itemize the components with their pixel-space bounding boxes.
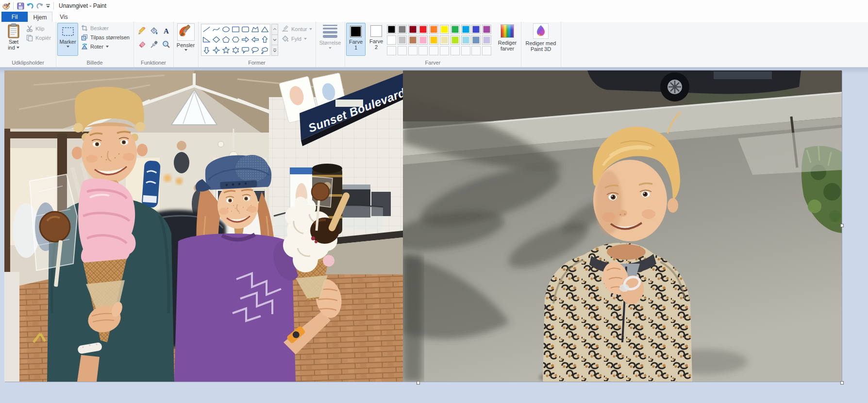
crop-button[interactable]: Beskær xyxy=(81,25,109,32)
shapes-scroll-down-button[interactable] xyxy=(271,34,278,46)
shape-polygon[interactable] xyxy=(250,24,260,34)
shape-rounded-rectangle[interactable] xyxy=(241,24,250,34)
shapes-scroll-up-button[interactable] xyxy=(271,24,278,35)
shape-diamond[interactable] xyxy=(211,34,221,45)
brush-icon xyxy=(177,23,195,41)
shape-fill-label: Fyld xyxy=(291,36,301,42)
chevron-down-icon xyxy=(106,46,109,48)
palette-swatch-empty[interactable] xyxy=(418,46,428,55)
palette-swatch-empty[interactable] xyxy=(451,46,460,55)
shape-star-four[interactable] xyxy=(211,45,221,55)
palette-swatch[interactable] xyxy=(482,35,491,45)
magnifier-tool-button[interactable] xyxy=(161,39,171,50)
redo-button[interactable] xyxy=(35,1,45,11)
shape-arrow-down[interactable] xyxy=(201,45,211,55)
palette-swatch-empty[interactable] xyxy=(482,46,491,55)
palette-swatch[interactable] xyxy=(451,25,460,34)
canvas-resize-handle-corner[interactable] xyxy=(840,381,844,385)
palette-swatch[interactable] xyxy=(418,35,428,45)
brushes-button[interactable]: Pensler xyxy=(176,23,196,55)
chevron-down-icon xyxy=(184,49,187,51)
shape-rectangle[interactable] xyxy=(231,24,240,34)
paste-button[interactable]: Sæt ind xyxy=(4,23,23,55)
tab-vis[interactable]: Vis xyxy=(52,12,75,22)
fill-bucket-icon xyxy=(150,27,158,35)
eyedropper-icon xyxy=(150,40,158,49)
shape-pentagon[interactable] xyxy=(221,34,231,45)
palette-swatch-empty[interactable] xyxy=(387,46,396,55)
shape-triangle[interactable] xyxy=(260,24,270,34)
paste-label: Sæt xyxy=(9,39,18,45)
text-tool-button[interactable]: A xyxy=(161,25,171,36)
shape-line[interactable] xyxy=(201,24,211,34)
palette-swatch-empty[interactable] xyxy=(398,46,407,55)
shape-star-six[interactable] xyxy=(231,45,240,55)
palette-swatch[interactable] xyxy=(418,25,428,34)
palette-swatch[interactable] xyxy=(440,35,449,45)
qat-customize-button[interactable] xyxy=(45,1,51,11)
color1-button[interactable]: Farve 1 xyxy=(346,23,366,56)
palette-swatch[interactable] xyxy=(429,35,438,45)
shape-arrow-right[interactable] xyxy=(241,34,250,45)
palette-swatch-empty[interactable] xyxy=(461,46,470,55)
edit-with-paint3d-button[interactable]: Rediger med Paint 3D xyxy=(525,23,557,55)
tab-hjem[interactable]: Hjem xyxy=(28,12,52,22)
edit-colors-button[interactable]: Rediger farver xyxy=(495,23,519,55)
shape-star-five-icon xyxy=(222,46,230,54)
palette-swatch[interactable] xyxy=(387,25,396,34)
palette-swatch[interactable] xyxy=(440,25,449,34)
shape-hexagon[interactable] xyxy=(231,34,240,45)
group-label-clipboard: Udklipsholder xyxy=(0,60,56,66)
color2-button[interactable]: Farve 2 xyxy=(367,23,386,56)
palette-swatch[interactable] xyxy=(482,25,491,34)
save-button[interactable] xyxy=(16,1,25,11)
pencil-tool-button[interactable] xyxy=(136,25,147,36)
palette-swatch[interactable] xyxy=(471,35,481,45)
palette-swatch[interactable] xyxy=(451,35,460,45)
shape-callout-rounded[interactable] xyxy=(241,45,250,55)
shape-callout-oval[interactable] xyxy=(250,45,260,55)
palette-swatch-empty[interactable] xyxy=(440,46,449,55)
paint-canvas[interactable]: Sunset Boulevard xyxy=(4,70,842,382)
shape-rectangle-icon xyxy=(232,25,240,34)
resize-button[interactable]: Tilpas størrelsen xyxy=(81,34,130,41)
tab-fil[interactable]: Fil xyxy=(1,12,28,22)
shape-arrow-up[interactable] xyxy=(260,34,270,45)
palette-swatch[interactable] xyxy=(461,25,470,34)
palette-swatch[interactable] xyxy=(387,35,396,45)
select-button[interactable]: Marker xyxy=(57,23,78,56)
palette-swatch[interactable] xyxy=(471,25,481,34)
palette-swatch-empty[interactable] xyxy=(408,46,417,55)
palette-swatch-empty[interactable] xyxy=(471,46,481,55)
cut-button[interactable]: Klip xyxy=(26,25,44,32)
shape-fill-button[interactable]: Fyld xyxy=(282,35,307,42)
shape-ellipse[interactable] xyxy=(221,24,231,34)
palette-swatch[interactable] xyxy=(461,35,470,45)
shape-arrow-left[interactable] xyxy=(250,34,260,45)
shapes-more-button[interactable] xyxy=(271,45,278,56)
shape-curve[interactable] xyxy=(211,24,221,34)
shape-right-triangle[interactable] xyxy=(201,34,211,45)
palette-swatch[interactable] xyxy=(398,35,407,45)
palette-swatch[interactable] xyxy=(429,25,438,34)
rotate-button[interactable]: Roter xyxy=(81,43,109,50)
palette-swatch[interactable] xyxy=(408,35,417,45)
size-button[interactable]: Størrelse xyxy=(318,23,342,55)
outline-button[interactable]: Kontur xyxy=(282,25,312,33)
shape-star-five[interactable] xyxy=(221,45,231,55)
palette-swatch-empty[interactable] xyxy=(429,46,438,55)
copy-button[interactable]: Kopiér xyxy=(26,34,51,41)
canvas-resize-handle-bottom[interactable] xyxy=(417,381,420,385)
group-image: Marker Beskær Tilpas størrelsen xyxy=(56,22,134,67)
magnifier-icon xyxy=(162,40,170,49)
palette-swatch[interactable] xyxy=(398,25,407,34)
canvas-resize-handle-right[interactable] xyxy=(840,224,844,227)
shape-callout-cloud[interactable] xyxy=(260,45,270,55)
eraser-tool-button[interactable] xyxy=(136,39,147,50)
undo-button[interactable] xyxy=(25,1,35,11)
chevron-down-icon xyxy=(273,38,277,41)
palette-swatch[interactable] xyxy=(408,25,417,34)
color-picker-tool-button[interactable] xyxy=(149,39,159,50)
paste-label2: ind xyxy=(8,45,15,50)
fill-tool-button[interactable] xyxy=(149,25,159,36)
